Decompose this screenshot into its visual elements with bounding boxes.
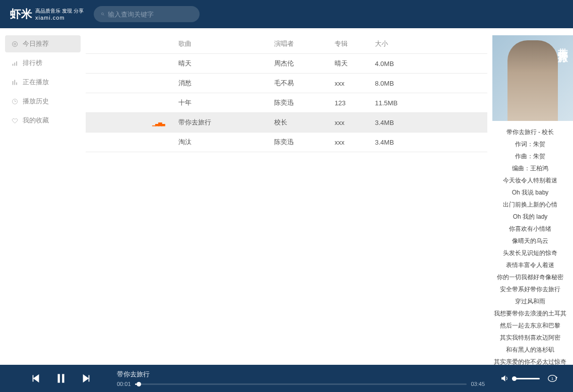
lyric-line: Oh 我的 lady xyxy=(492,211,568,223)
row-indicator xyxy=(86,54,171,74)
col-size: 大小 xyxy=(368,34,487,54)
search-box[interactable] xyxy=(94,6,200,22)
lyrics-container: 带你去旅行 - 校长作词：朱贺作曲：朱贺编曲：王柏鸿今天妆令人特别着迷Oh 我说… xyxy=(492,126,568,365)
lyric-line: 穿过风和雨 xyxy=(492,295,568,307)
lyric-line: 今天妆令人特别着迷 xyxy=(492,174,568,186)
cell-song: 带你去旅行 xyxy=(171,113,267,133)
logo-text: 虾米 xyxy=(10,7,32,22)
table-row[interactable]: 消愁毛不易xxx8.0MB xyxy=(86,74,487,93)
search-icon xyxy=(101,10,105,18)
heart-icon xyxy=(11,117,19,124)
lyric-line: 你的一切我都好奇像秘密 xyxy=(492,271,568,283)
sidebar-item-label: 排行榜 xyxy=(23,58,42,68)
lyric-line: 你喜欢有小情绪 xyxy=(492,223,568,235)
cell-size: 11.5MB xyxy=(368,93,487,113)
main-panel: 歌曲 演唱者 专辑 大小 晴天周杰伦晴天4.0MB消愁毛不易xxx8.0MB十年… xyxy=(86,28,487,365)
svg-line-1 xyxy=(103,15,104,16)
cell-size: 4.0MB xyxy=(368,54,487,74)
album-art-text: 带你去旅行 xyxy=(556,40,570,45)
cell-artist: 陈奕迅 xyxy=(267,133,328,152)
album-art: 带你去旅行 xyxy=(492,35,573,121)
cell-artist: 陈奕迅 xyxy=(267,93,328,113)
sidebar-item-history[interactable]: 播放历史 xyxy=(5,93,81,110)
cell-artist: 校长 xyxy=(267,113,328,133)
row-indicator xyxy=(86,74,171,93)
cell-size: 3.4MB xyxy=(368,133,487,152)
sidebar-item-favorites[interactable]: 我的收藏 xyxy=(5,112,81,129)
lyric-line: 和有黑人的洛杉矶 xyxy=(492,344,568,356)
lyric-line: 其实我特别喜欢迈阿密 xyxy=(492,332,568,344)
svg-point-2 xyxy=(13,41,18,46)
lyric-line: 出门前换上新的心情 xyxy=(492,199,568,211)
lyric-line: 编曲：王柏鸿 xyxy=(492,162,568,174)
cell-song: 晴天 xyxy=(171,54,267,74)
target-icon xyxy=(11,40,19,48)
signal-icon xyxy=(11,59,19,67)
logo[interactable]: 虾米 高品质音乐 发现 分享 xiami.com xyxy=(10,7,84,22)
sidebar-item-charts[interactable]: 排行榜 xyxy=(5,54,81,72)
svg-point-0 xyxy=(101,13,103,15)
cell-song: 淘汰 xyxy=(171,133,267,152)
sidebar: 今日推荐 排行榜 正在播放 播放历史 我的收藏 xyxy=(0,28,86,365)
svg-rect-4 xyxy=(13,63,14,66)
lyric-line: 我想要带你去浪漫的土耳其 xyxy=(492,307,568,319)
cell-song: 消愁 xyxy=(171,74,267,93)
svg-rect-8 xyxy=(14,80,15,85)
svg-rect-6 xyxy=(16,61,17,66)
row-indicator xyxy=(86,93,171,113)
sidebar-item-label: 播放历史 xyxy=(23,97,49,106)
bars-icon xyxy=(11,79,19,86)
cell-size: 3.4MB xyxy=(368,113,487,133)
cell-album: 晴天 xyxy=(328,54,368,74)
lyric-line: 其实亲爱的你不必太过惊奇 xyxy=(492,356,568,365)
svg-point-3 xyxy=(14,43,16,45)
clock-icon xyxy=(11,98,19,105)
cell-album: xxx xyxy=(328,74,368,93)
svg-rect-9 xyxy=(16,82,17,85)
cell-album: 123 xyxy=(328,93,368,113)
lyric-line: 表情丰富令人着迷 xyxy=(492,259,568,271)
sidebar-item-label: 我的收藏 xyxy=(23,116,49,125)
lyric-line: Oh 我说 baby xyxy=(492,186,568,199)
cell-album: xxx xyxy=(328,113,368,133)
cell-song: 十年 xyxy=(171,93,267,113)
logo-tagline: 高品质音乐 发现 分享 xyxy=(35,8,84,15)
col-index xyxy=(86,34,171,54)
cell-album: xxx xyxy=(328,133,368,152)
svg-rect-5 xyxy=(14,62,15,66)
search-input[interactable] xyxy=(108,11,193,18)
table-row[interactable]: ▁▃▅▃带你去旅行校长xxx3.4MB xyxy=(86,113,487,133)
songs-table: 歌曲 演唱者 专辑 大小 晴天周杰伦晴天4.0MB消愁毛不易xxx8.0MB十年… xyxy=(86,34,487,152)
lyric-line: 像晴天的乌云 xyxy=(492,235,568,247)
col-artist: 演唱者 xyxy=(267,34,328,54)
svg-rect-7 xyxy=(13,81,14,85)
sidebar-item-label: 今日推荐 xyxy=(23,39,49,48)
table-row[interactable]: 淘汰陈奕迅xxx3.4MB xyxy=(86,133,487,152)
lyric-line: 安全带系好带你去旅行 xyxy=(492,283,568,295)
lyrics-panel: 带你去旅行 带你去旅行 - 校长作词：朱贺作曲：朱贺编曲：王柏鸿今天妆令人特别着… xyxy=(487,28,573,365)
lyric-line: 然后一起去东京和巴黎 xyxy=(492,319,568,332)
col-song: 歌曲 xyxy=(171,34,267,54)
sidebar-item-today[interactable]: 今日推荐 xyxy=(5,35,81,52)
table-row[interactable]: 十年陈奕迅12311.5MB xyxy=(86,93,487,113)
cell-artist: 毛不易 xyxy=(267,74,328,93)
lyric-line: 带你去旅行 - 校长 xyxy=(492,126,568,138)
table-row[interactable]: 晴天周杰伦晴天4.0MB xyxy=(86,54,487,74)
lyric-line: 头发长见识短的惊奇 xyxy=(492,247,568,259)
lyric-line: 作词：朱贺 xyxy=(492,138,568,150)
row-indicator xyxy=(86,133,171,152)
col-album: 专辑 xyxy=(328,34,368,54)
logo-domain: xiami.com xyxy=(35,15,84,21)
cell-size: 8.0MB xyxy=(368,74,487,93)
lyric-line: 作曲：朱贺 xyxy=(492,150,568,162)
sidebar-item-nowplaying[interactable]: 正在播放 xyxy=(5,74,81,91)
header: 虾米 高品质音乐 发现 分享 xiami.com xyxy=(0,0,573,28)
cell-artist: 周杰伦 xyxy=(267,54,328,74)
sidebar-item-label: 正在播放 xyxy=(23,78,49,87)
row-indicator: ▁▃▅▃ xyxy=(86,113,171,133)
playing-icon: ▁▃▅▃ xyxy=(152,120,164,126)
